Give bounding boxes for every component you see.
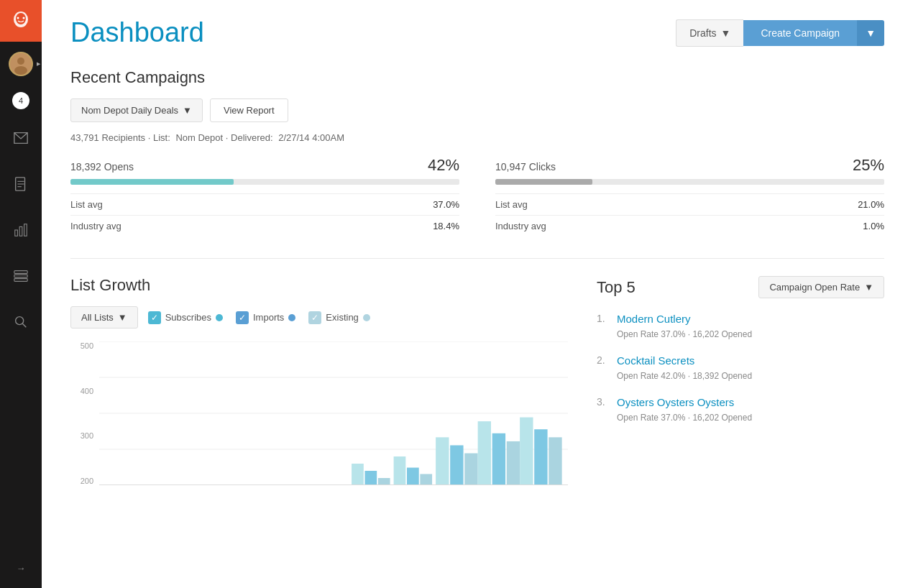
campaigns-nav-icon[interactable] xyxy=(8,125,34,151)
reports-nav-icon[interactable] xyxy=(8,171,34,197)
drafts-chevron-icon: ▼ xyxy=(721,27,731,39)
svg-rect-24 xyxy=(352,464,364,485)
svg-point-6 xyxy=(14,66,27,75)
user-avatar[interactable] xyxy=(9,52,33,76)
open-rate-chevron-icon: ▼ xyxy=(864,282,873,293)
create-campaign-button[interactable]: Create Campaign xyxy=(743,20,857,46)
svg-rect-35 xyxy=(507,441,520,485)
clicks-stat-block: 10,947 Clicks 25% List avg 21.0% Industr… xyxy=(495,156,884,236)
top5-sub-3: Open Rate 37.0% · 16,202 Opened xyxy=(617,413,752,423)
top5-section: Top 5 Campaign Open Rate ▼ 1. Modern Cut… xyxy=(597,276,884,500)
imports-dot xyxy=(288,314,295,321)
svg-rect-15 xyxy=(14,275,27,277)
svg-rect-25 xyxy=(364,471,377,485)
all-lists-label: All Lists xyxy=(81,312,114,323)
imports-label: Imports xyxy=(253,312,284,323)
analytics-nav-icon[interactable] xyxy=(8,217,34,243)
svg-rect-30 xyxy=(436,437,449,485)
delivered-date: 2/27/14 4:00AM xyxy=(278,132,344,143)
svg-rect-33 xyxy=(478,421,491,485)
existing-checkbox[interactable]: ✓ Existing xyxy=(308,311,370,324)
svg-point-3 xyxy=(23,17,25,19)
top5-item-1: 1. Modern Cutlery Open Rate 37.0% · 16,2… xyxy=(597,313,884,340)
all-lists-chevron-icon: ▼ xyxy=(118,312,127,323)
clicks-pct: 25% xyxy=(853,156,884,175)
subscribes-checkbox[interactable]: ✓ Subscribes xyxy=(148,311,223,324)
svg-rect-32 xyxy=(464,454,477,485)
top5-name-3[interactable]: Oysters Oysters Oysters xyxy=(617,396,752,408)
list-growth-chart: 500 400 300 200 xyxy=(70,341,568,500)
svg-point-2 xyxy=(17,17,19,19)
svg-rect-14 xyxy=(14,271,27,274)
campaign-selector-row: Nom Depot Daily Deals ▼ View Report xyxy=(70,98,884,122)
chart-baseline xyxy=(99,484,568,485)
lists-nav-icon[interactable] xyxy=(8,263,34,289)
list-growth-section: List Growth All Lists ▼ ✓ Subscribes ✓ I… xyxy=(70,276,568,500)
imports-checkbox[interactable]: ✓ Imports xyxy=(236,311,295,324)
opens-pct: 42% xyxy=(428,156,459,175)
svg-rect-28 xyxy=(407,468,419,485)
existing-checkbox-box: ✓ xyxy=(308,311,321,324)
create-campaign-arrow-button[interactable]: ▼ xyxy=(857,20,884,46)
notification-badge[interactable]: 4 xyxy=(12,92,29,109)
clicks-label: 10,947 Clicks xyxy=(495,161,556,173)
top5-rank-1: 1. xyxy=(597,313,610,340)
clicks-list-avg-row: List avg 21.0% xyxy=(495,193,884,215)
clicks-industry-avg-row: Industry avg 1.0% xyxy=(495,215,884,236)
subscribes-checkbox-box: ✓ xyxy=(148,311,161,324)
svg-rect-29 xyxy=(420,474,432,485)
svg-rect-16 xyxy=(14,279,27,282)
sidebar-expand-button[interactable]: → xyxy=(17,563,26,574)
mailchimp-logo-icon xyxy=(10,10,32,32)
drafts-button[interactable]: Drafts ▼ xyxy=(676,19,743,47)
opens-label: 18,392 Opens xyxy=(70,161,134,173)
top5-sub-2: Open Rate 42.0% · 18,392 Opened xyxy=(617,371,752,381)
recipients-link[interactable]: 43,791 Recipients xyxy=(70,132,148,143)
imports-checkbox-box: ✓ xyxy=(236,311,249,324)
svg-rect-34 xyxy=(492,433,505,485)
chart-bars-area xyxy=(99,341,568,485)
top5-name-2[interactable]: Cocktail Secrets xyxy=(617,354,752,367)
campaign-meta: 43,791 Recipients · List: Nom Depot · De… xyxy=(70,132,884,143)
existing-label: Existing xyxy=(326,312,359,323)
chart-y-axis: 500 400 300 200 xyxy=(70,341,99,485)
sidebar: 4 → xyxy=(0,0,42,588)
campaign-select-button[interactable]: Nom Depot Daily Deals ▼ xyxy=(70,98,203,122)
top5-rank-3: 3. xyxy=(597,396,610,423)
top5-rank-2: 2. xyxy=(597,354,610,382)
campaign-name-label: Nom Depot Daily Deals xyxy=(81,105,178,116)
top5-sub-1: Open Rate 37.0% · 16,202 Opened xyxy=(617,329,752,339)
app-logo xyxy=(0,0,42,42)
opens-bar-track xyxy=(70,179,459,185)
top5-header: Top 5 Campaign Open Rate ▼ xyxy=(597,276,884,298)
subscribes-dot xyxy=(216,314,223,321)
opens-bar-fill xyxy=(70,179,234,185)
recent-campaigns-section: Recent Campaigns Nom Depot Daily Deals ▼… xyxy=(70,68,884,236)
bottom-grid: List Growth All Lists ▼ ✓ Subscribes ✓ I… xyxy=(70,276,884,500)
top5-name-1[interactable]: Modern Cutlery xyxy=(617,313,752,325)
svg-rect-38 xyxy=(549,437,561,485)
svg-rect-37 xyxy=(534,429,547,485)
svg-point-17 xyxy=(16,317,24,325)
svg-rect-13 xyxy=(24,224,27,236)
open-rate-filter-button[interactable]: Campaign Open Rate ▼ xyxy=(758,276,884,298)
drafts-label: Drafts xyxy=(689,27,716,39)
svg-rect-36 xyxy=(520,418,533,485)
clicks-header: 10,947 Clicks 25% xyxy=(495,156,884,175)
search-nav-icon[interactable] xyxy=(8,309,34,335)
top5-title: Top 5 xyxy=(597,278,636,297)
list-name-link[interactable]: Nom Depot xyxy=(175,132,225,143)
svg-rect-12 xyxy=(19,226,22,236)
top5-item-2: 2. Cocktail Secrets Open Rate 42.0% · 18… xyxy=(597,354,884,382)
legend-checkboxes: ✓ Subscribes ✓ Imports ✓ Existing xyxy=(148,311,370,324)
avatar-image xyxy=(10,53,32,75)
view-report-button[interactable]: View Report xyxy=(210,98,288,122)
opens-header: 18,392 Opens 42% xyxy=(70,156,459,175)
campaign-chevron-icon: ▼ xyxy=(183,105,192,116)
svg-rect-31 xyxy=(450,445,463,485)
all-lists-button[interactable]: All Lists ▼ xyxy=(70,306,138,329)
top5-list: 1. Modern Cutlery Open Rate 37.0% · 16,2… xyxy=(597,313,884,423)
recipients-count: 43,791 xyxy=(70,132,99,143)
stats-grid: 18,392 Opens 42% List avg 37.0% Industry… xyxy=(70,156,884,236)
subscribes-label: Subscribes xyxy=(165,312,211,323)
